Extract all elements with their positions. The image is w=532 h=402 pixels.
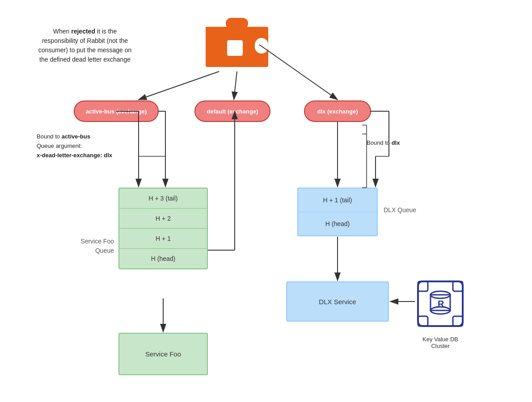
queue-row-h3: H + 3 (tail): [119, 188, 207, 209]
queue-row-h2: H + 2: [119, 209, 207, 229]
svg-rect-1: [206, 27, 224, 40]
exchange-active-bus: active-bus (exchange): [74, 100, 159, 122]
exchange-dlx: dlx (exchange): [304, 100, 371, 122]
svg-rect-2: [226, 18, 248, 29]
svg-rect-3: [255, 38, 268, 54]
queue-row-h0: H (head): [119, 249, 207, 268]
svg-line-16: [139, 71, 219, 100]
diagram-container: When rejected it is the responsibility o…: [0, 0, 532, 402]
dlx-queue: H + 1 (tail) H (head): [297, 188, 378, 236]
exchange-default: default (exchange): [194, 100, 270, 122]
service-foo-queue: H + 3 (tail) H + 2 H + 1 H (head): [118, 188, 208, 269]
queue-row-h1: H + 1: [119, 229, 207, 249]
svg-rect-4: [227, 40, 243, 56]
dlx-queue-row-h1: H + 1 (tail): [298, 188, 377, 212]
service-foo-box: Service Foo: [118, 333, 208, 375]
bound-label-right: Bound to dlx: [367, 138, 400, 148]
kvdb-icon: R: [416, 279, 465, 328]
kvdb-cluster-label: Key Value DBCluster: [414, 336, 467, 349]
annotation-text: When rejected it is the responsibility o…: [36, 27, 134, 64]
svg-text:R: R: [438, 299, 444, 309]
dlx-service-box: DLX Service: [286, 281, 389, 322]
service-foo-queue-label: Service FooQueue: [51, 237, 114, 255]
svg-line-17: [234, 71, 237, 100]
dlx-queue-row-h0: H (head): [298, 212, 377, 235]
bound-label-left: Bound to active-bus Queue argument: x-de…: [37, 132, 117, 160]
dlx-queue-label: DLX Queue: [384, 206, 416, 214]
rabbitmq-icon: [201, 13, 273, 71]
